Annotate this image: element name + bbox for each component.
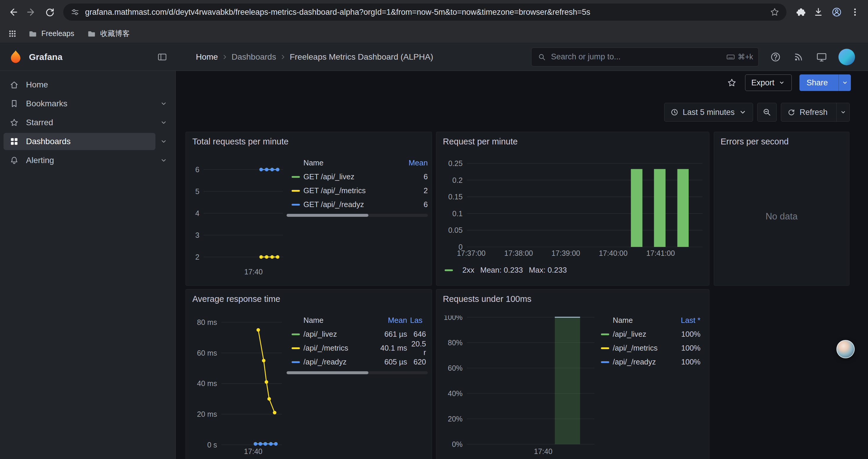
monitor-icon[interactable]	[815, 51, 828, 63]
scrollbar-thumb[interactable]	[286, 214, 368, 217]
svg-text:17:39:00: 17:39:00	[552, 249, 580, 257]
url-text[interactable]: grafana.mathmast.com/d/deytv4rwavabkb/fr…	[85, 8, 765, 17]
legend-row[interactable]: /api/_/metrics 40.1 ms 20.5 r	[286, 341, 428, 355]
legend-header-name[interactable]: Name	[291, 316, 374, 325]
sidebar-link-alerting[interactable]: Alerting	[4, 152, 155, 169]
forward-icon[interactable]	[23, 4, 39, 21]
legend-inline[interactable]: 2xx Mean: 0.233 Max: 0.233	[445, 266, 567, 275]
panel-title[interactable]: Average response time	[192, 294, 280, 304]
search-shortcut: ⌘+k	[726, 52, 753, 62]
legend-header-mean[interactable]: Mean	[395, 158, 428, 167]
favorite-star-icon[interactable]	[726, 77, 737, 88]
series-name: GET /api/_/readyz	[303, 200, 395, 209]
apps-grid-icon[interactable]	[5, 27, 20, 41]
site-controls-icon[interactable]	[70, 7, 80, 18]
reload-icon[interactable]	[41, 4, 58, 21]
share-menu-chevron[interactable]	[838, 74, 851, 91]
legend-header-mean[interactable]: Mean	[374, 316, 407, 325]
bookmark-star-icon[interactable]	[769, 7, 780, 18]
svg-text:20%: 20%	[448, 415, 463, 423]
legend-header-name[interactable]: Name	[601, 316, 672, 325]
share-main-button[interactable]: Share	[800, 74, 835, 91]
help-icon[interactable]	[769, 51, 782, 63]
time-range-picker[interactable]: Last 5 minutes	[664, 103, 753, 122]
breadcrumb-home[interactable]: Home	[196, 52, 218, 62]
legend-header-last[interactable]: Las	[407, 316, 428, 325]
chevron-right-icon	[279, 53, 287, 61]
legend-row[interactable]: /api/_livez 661 µs 646	[286, 327, 428, 341]
svg-text:60%: 60%	[448, 364, 463, 372]
breadcrumb-dashboards[interactable]: Dashboards	[231, 52, 276, 62]
export-button[interactable]: Export	[745, 74, 792, 91]
shortcut-label: ⌘+k	[738, 53, 753, 61]
extensions-icon[interactable]	[792, 4, 808, 21]
bookmark-label: 收藏博客	[100, 29, 130, 38]
sidebar-link-bookmarks[interactable]: Bookmarks	[4, 95, 155, 112]
panel-title[interactable]: Total requests per minute	[192, 137, 289, 146]
svg-text:2: 2	[195, 253, 199, 261]
url-bar[interactable]: grafana.mathmast.com/d/deytv4rwavabkb/fr…	[63, 4, 786, 21]
series-swatch	[291, 190, 300, 192]
series-mean: Mean: 0.233	[480, 266, 523, 275]
legend-row[interactable]: /api/_/metrics 100%	[596, 341, 705, 355]
svg-text:40%: 40%	[448, 389, 463, 398]
series-name: GET /api/_/metrics	[303, 186, 395, 195]
bookmark-folder-freeleaps[interactable]: Freeleaps	[24, 27, 78, 41]
sidebar-link-home[interactable]: Home	[4, 76, 172, 93]
expand-starred-icon[interactable]	[155, 114, 172, 131]
legend-row[interactable]: /api/_/readyz 100%	[596, 355, 705, 369]
legend-scrollbar[interactable]	[286, 214, 428, 217]
svg-text:100%: 100%	[444, 316, 463, 321]
series-last: 620	[407, 358, 428, 366]
zoom-out-button[interactable]	[757, 103, 777, 122]
grafana-logo[interactable]	[8, 49, 24, 65]
legend-header-last[interactable]: Last *	[672, 316, 705, 325]
browser-menu-icon[interactable]	[847, 4, 863, 21]
bookmark-icon	[9, 98, 20, 109]
legend-row[interactable]: GET /api/_livez 6	[286, 170, 428, 184]
bookmarks-bar: Freeleaps 收藏博客	[0, 24, 868, 43]
chevron-down-icon	[738, 107, 747, 117]
panel-title[interactable]: Errors per second	[720, 137, 789, 146]
time-range-label: Last 5 minutes	[683, 108, 735, 117]
series-swatch	[601, 361, 609, 363]
news-icon[interactable]	[793, 51, 805, 63]
sidebar-item-starred: Starred	[4, 114, 172, 131]
expand-dashboards-icon[interactable]	[155, 133, 172, 150]
scrollbar-thumb[interactable]	[286, 371, 368, 374]
legend-row[interactable]: /api/_/readyz 605 µs 620	[286, 355, 428, 369]
panel-title[interactable]: Request per minute	[443, 137, 518, 146]
panel-requests-under-100ms: Requests under 100ms 0%20%40%60%80%100%1…	[436, 289, 709, 459]
legend-header-name[interactable]: Name	[291, 159, 395, 167]
expand-alerting-icon[interactable]	[155, 152, 172, 169]
sidebar-item-label: Dashboards	[26, 137, 71, 146]
search-box[interactable]: ⌘+k	[531, 47, 759, 66]
series-mean: 6	[395, 172, 428, 181]
back-icon[interactable]	[5, 4, 21, 21]
legend-scrollbar[interactable]	[286, 371, 428, 374]
no-data-message: No data	[714, 211, 849, 222]
svg-text:4: 4	[195, 209, 199, 218]
user-avatar[interactable]	[838, 49, 855, 65]
series-name: /api/_/metrics	[613, 344, 672, 352]
svg-text:0.1: 0.1	[452, 209, 463, 218]
panel-title[interactable]: Requests under 100ms	[443, 294, 531, 304]
bookmark-folder-blogs[interactable]: 收藏博客	[83, 27, 134, 41]
refresh-main-button[interactable]: Refresh	[781, 103, 833, 121]
expand-bookmarks-icon[interactable]	[155, 95, 172, 112]
download-icon[interactable]	[810, 4, 827, 21]
collapse-sidebar-icon[interactable]	[156, 51, 168, 63]
legend-row[interactable]: /api/_livez 100%	[596, 327, 705, 341]
floating-assistant-avatar[interactable]	[836, 340, 855, 358]
zoom-out-icon	[762, 107, 772, 117]
legend-row[interactable]: GET /api/_/readyz 6	[286, 198, 428, 211]
browser-profile-icon[interactable]	[829, 4, 845, 21]
breadcrumb-current: Freeleaps Metrics Dashboard (ALPHA)	[290, 52, 433, 62]
series-swatch	[291, 361, 300, 363]
sidebar-link-starred[interactable]: Starred	[4, 114, 155, 131]
sidebar-link-dashboards[interactable]: Dashboards	[4, 133, 155, 150]
search-input[interactable]	[551, 52, 722, 61]
refresh-interval-chevron[interactable]	[836, 103, 849, 121]
legend-row[interactable]: GET /api/_/metrics 2	[286, 184, 428, 198]
search-icon	[537, 52, 547, 62]
